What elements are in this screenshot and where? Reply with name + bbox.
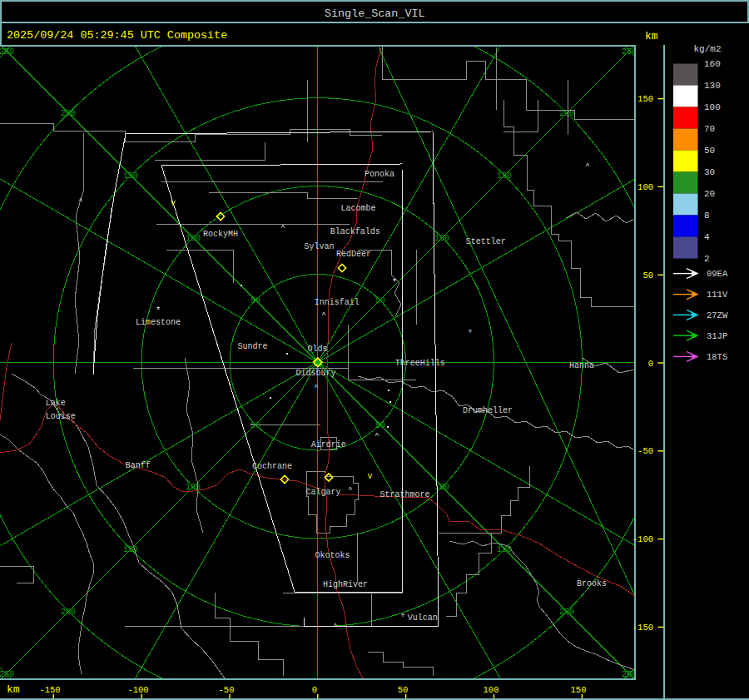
svg-text:130: 130 [704, 81, 721, 91]
svg-text:^: ^ [280, 224, 285, 232]
svg-text:^: ^ [374, 432, 379, 440]
svg-text:v: v [171, 199, 176, 208]
svg-text:100: 100 [704, 102, 721, 112]
svg-text:30: 30 [704, 167, 715, 177]
svg-text:^: ^ [348, 486, 352, 494]
svg-text:v: v [367, 472, 372, 481]
svg-text:Hanna: Hanna [569, 361, 594, 370]
svg-text:50: 50 [375, 421, 385, 430]
svg-text:250: 250 [0, 670, 14, 679]
svg-text:Brooks: Brooks [577, 579, 607, 588]
svg-text:50: 50 [704, 146, 715, 156]
svg-text:^: ^ [333, 623, 337, 631]
svg-text:0: 0 [648, 359, 653, 369]
svg-text:200: 200 [559, 608, 574, 617]
svg-text:-50: -50 [219, 685, 235, 695]
svg-text:200: 200 [559, 109, 574, 118]
svg-text:+: + [400, 612, 404, 620]
svg-text:Banff: Banff [126, 461, 151, 470]
svg-text:150: 150 [123, 171, 138, 181]
svg-text:RockyMH: RockyMH [203, 230, 238, 239]
svg-text:HighRiver: HighRiver [323, 580, 368, 589]
svg-text:+: + [468, 328, 472, 336]
svg-text:27ZW: 27ZW [707, 310, 728, 320]
svg-text:250: 250 [0, 47, 14, 57]
svg-text:RedDeer: RedDeer [336, 250, 371, 259]
svg-text:^: ^ [321, 311, 325, 320]
svg-text:-150: -150 [632, 623, 653, 633]
svg-text:Drumheller: Drumheller [463, 406, 513, 415]
svg-text:Sundre: Sundre [238, 342, 268, 351]
svg-text:*: * [156, 305, 161, 315]
svg-text:^: ^ [78, 197, 82, 206]
svg-text:100: 100 [434, 234, 449, 243]
svg-text:-100: -100 [632, 534, 653, 544]
svg-text:20: 20 [704, 189, 715, 199]
svg-text:*: * [392, 277, 398, 287]
svg-text:50: 50 [642, 271, 653, 280]
svg-text:Sylvan: Sylvan [305, 242, 335, 251]
svg-text:Innisfail: Innisfail [315, 298, 360, 307]
svg-text:Ponoka: Ponoka [365, 170, 394, 179]
svg-text:18TS: 18TS [707, 352, 727, 362]
svg-text:ThreeHills: ThreeHills [395, 359, 445, 368]
svg-text:150: 150 [497, 545, 512, 554]
svg-text:Louise: Louise [46, 412, 76, 421]
svg-text:8: 8 [704, 211, 710, 221]
svg-text:70: 70 [704, 124, 715, 134]
svg-text:Olds: Olds [308, 345, 328, 354]
svg-text:150: 150 [637, 94, 653, 104]
svg-text:Cochrane: Cochrane [252, 462, 292, 471]
svg-text:09EA: 09EA [707, 269, 728, 279]
svg-text:Airdrie: Airdrie [311, 440, 346, 449]
svg-text:Limestone: Limestone [136, 318, 181, 327]
svg-text:km: km [645, 30, 658, 42]
svg-text:Lake: Lake [46, 399, 66, 408]
svg-text:Okotoks: Okotoks [315, 551, 350, 560]
svg-text:100: 100 [484, 685, 499, 695]
svg-text:-100: -100 [127, 685, 148, 695]
svg-text:0: 0 [312, 685, 317, 695]
svg-text:200: 200 [61, 608, 76, 617]
svg-text:4: 4 [704, 232, 710, 242]
svg-text:km: km [7, 683, 20, 696]
svg-text:Lacombe: Lacombe [341, 204, 376, 213]
svg-text:2: 2 [704, 254, 710, 264]
svg-text:150: 150 [571, 685, 587, 695]
svg-text:Strathmore: Strathmore [380, 490, 430, 499]
svg-text:Stettler: Stettler [466, 237, 506, 246]
svg-text:Blackfalds: Blackfalds [330, 227, 380, 236]
svg-text:50: 50 [250, 421, 260, 430]
svg-text:100: 100 [637, 182, 653, 192]
svg-text:-150: -150 [39, 685, 60, 695]
svg-text:Calgary: Calgary [306, 488, 341, 497]
svg-text:Vulcan: Vulcan [408, 613, 438, 623]
svg-text:^: ^ [585, 162, 589, 171]
svg-text:2025/09/24 05:29:45 UTC Compos: 2025/09/24 05:29:45 UTC Composite [7, 29, 227, 42]
svg-text:160: 160 [704, 59, 721, 69]
svg-text:100: 100 [186, 234, 201, 243]
svg-text:kg/m2: kg/m2 [693, 44, 721, 54]
svg-text:200: 200 [61, 109, 76, 118]
svg-text:Single_Scan_VIL: Single_Scan_VIL [325, 7, 425, 20]
svg-text:-50: -50 [637, 446, 653, 456]
svg-text:50: 50 [398, 685, 409, 695]
svg-text:31JP: 31JP [707, 331, 727, 341]
svg-text:150: 150 [497, 171, 512, 181]
svg-text:^: ^ [314, 384, 318, 392]
svg-text:Didsbury: Didsbury [296, 369, 336, 378]
svg-text:50: 50 [250, 296, 260, 305]
svg-text:50: 50 [375, 296, 385, 305]
svg-text:111V: 111V [707, 290, 728, 300]
